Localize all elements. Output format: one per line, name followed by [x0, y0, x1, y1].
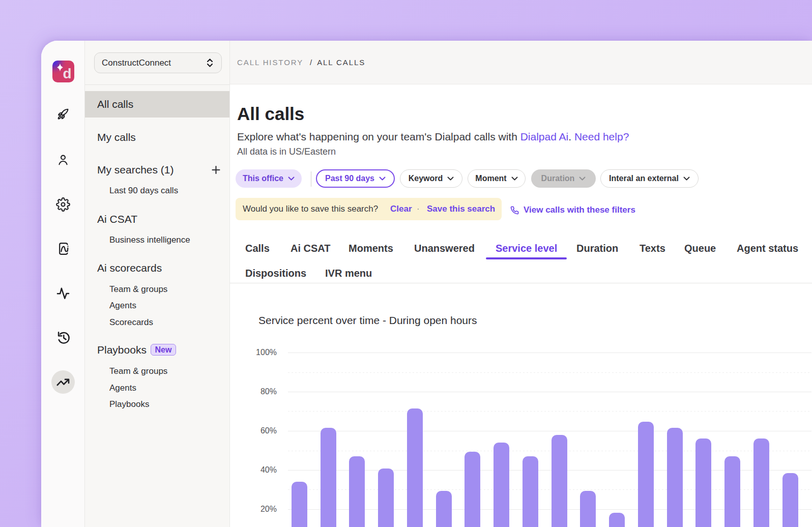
- svg-text:d: d: [63, 66, 72, 81]
